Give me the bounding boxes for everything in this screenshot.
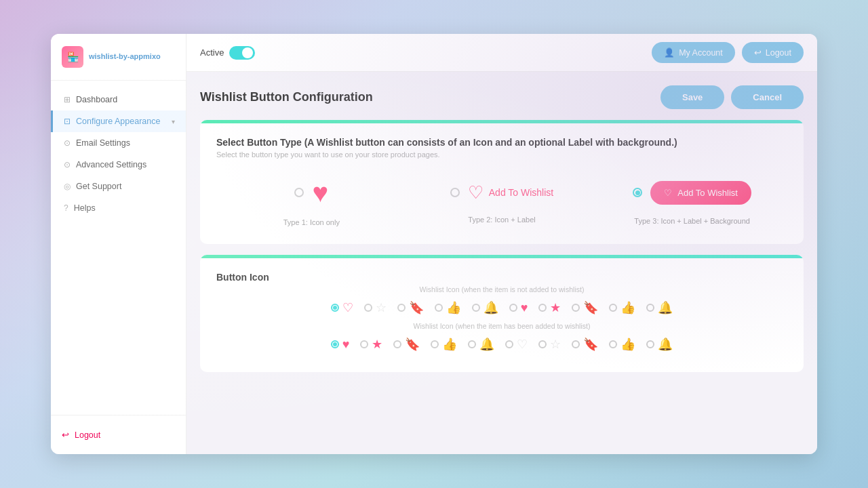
star-outline-icon: ☆ [376, 300, 387, 315]
icon2-radio[interactable] [364, 304, 372, 312]
button-type-1-option[interactable]: ♥ Type 1: Icon only [216, 179, 407, 226]
button-type-2-option[interactable]: ♡ Add To Wishlist Type 2: Icon + Label [407, 182, 597, 224]
icon2-7-radio[interactable] [538, 340, 547, 348]
button-type-subtitle: Select the button type you want to use o… [216, 150, 787, 159]
icon2-1-radio[interactable] [331, 340, 339, 348]
bell-solid-icon: 🔔 [658, 300, 673, 315]
app-name: wishlist-by-appmixo [89, 52, 161, 61]
icon2-option-heart-outline[interactable]: ♡ [505, 337, 528, 352]
icon-option-thumbsup-outline[interactable]: 👍 [435, 300, 461, 315]
type1-radio[interactable] [294, 188, 304, 197]
icon2-8-radio[interactable] [572, 340, 580, 348]
icon2-10-radio[interactable] [646, 340, 654, 348]
icon2-option-star-outline[interactable]: ☆ [538, 337, 561, 352]
dashboard-label: Dashboard [76, 95, 117, 104]
row2-bell-solid-icon: 🔔 [479, 337, 494, 352]
sidebar-item-dashboard[interactable]: ⊞ Dashboard [51, 89, 186, 110]
icon2-2-radio[interactable] [360, 340, 368, 348]
row2-thumbsup-solid-icon: 👍 [442, 337, 457, 352]
icon6-radio[interactable] [509, 304, 517, 312]
row2-bell-outline-icon: 🔔 [658, 337, 673, 352]
button-type-card: Select Button Type (A Wishlist button ca… [200, 120, 804, 244]
sidebar-logout[interactable]: ↩ Logout [51, 424, 186, 446]
icon2-9-radio[interactable] [609, 340, 617, 348]
icon2-option-heart-solid[interactable]: ♥ [331, 338, 350, 352]
sidebar-item-helps[interactable]: ? Helps [51, 197, 186, 219]
sidebar-item-email-settings[interactable]: ⊙ Email Settings [51, 132, 186, 154]
icon3-radio[interactable] [397, 304, 406, 312]
chevron-down-icon: ▾ [172, 118, 175, 125]
icon2-option-star-solid[interactable]: ★ [360, 337, 382, 352]
icon2-option-bell-solid[interactable]: 🔔 [468, 337, 494, 352]
header-buttons: Save Cancel [660, 85, 804, 109]
sidebar-nav: ⊞ Dashboard ⊡ Configure Appearance ▾ ⊙ E… [51, 81, 186, 415]
configure-label: Configure Appearance [76, 117, 160, 126]
icon-option-bell-solid[interactable]: 🔔 [646, 300, 673, 315]
save-button[interactable]: Save [660, 85, 724, 109]
icon7-radio[interactable] [538, 304, 547, 312]
icon2-5-radio[interactable] [468, 340, 476, 348]
advanced-icon: ⊙ [64, 160, 71, 169]
card-body-button-icon: Button Icon Wishlist Icon (when the item… [200, 258, 804, 372]
type1-top: ♥ [294, 179, 328, 206]
type2-radio[interactable] [450, 188, 460, 197]
icon-option-heart-outline[interactable]: ♡ [331, 300, 353, 315]
icon8-radio[interactable] [572, 304, 580, 312]
icon2-option-bookmark-outline[interactable]: 🔖 [572, 337, 598, 352]
button-types-row: ♥ Type 1: Icon only ♡ Add To Wishlist [216, 172, 787, 230]
wishlist-icon-label: Wishlist Icon (when the item is not adde… [216, 285, 787, 293]
type2-text: Add To Wishlist [489, 187, 553, 198]
type3-heart-icon: ♡ [664, 188, 672, 198]
sidebar-item-configure-appearance[interactable]: ⊡ Configure Appearance ▾ [51, 110, 186, 132]
icon2-6-radio[interactable] [505, 340, 513, 348]
icon-option-bookmark-solid[interactable]: 🔖 [572, 300, 598, 315]
logout-button[interactable]: ↩ Logout [742, 42, 804, 63]
icon2-option-thumbsup-solid[interactable]: 👍 [431, 337, 457, 352]
support-icon: ◎ [64, 182, 71, 191]
page-content: Wishlist Button Configuration Save Cance… [186, 72, 817, 454]
type1-label: Type 1: Icon only [283, 218, 340, 226]
thumbsup-solid-icon: 👍 [620, 300, 635, 315]
sidebar-item-get-support[interactable]: ◎ Get Support [51, 176, 186, 197]
type3-text: Add To Wishlist [677, 188, 738, 198]
type3-radio[interactable] [633, 188, 642, 197]
get-support-label: Get Support [76, 182, 121, 191]
icon-option-heart-solid[interactable]: ♥ [509, 301, 528, 315]
row2-thumbsup-outline-icon: 👍 [620, 337, 635, 352]
type2-heart-icon: ♡ [468, 182, 484, 203]
heart-solid-icon: ♥ [521, 301, 528, 315]
button-type-3-option[interactable]: ♡ Add To Wishlist Type 3: Icon + Label +… [597, 181, 787, 225]
icon1-radio[interactable] [331, 304, 339, 312]
icon9-radio[interactable] [609, 304, 617, 312]
icon2-4-radio[interactable] [431, 340, 439, 348]
icon-option-star-outline[interactable]: ☆ [364, 300, 387, 315]
type1-icon: ♥ [312, 179, 328, 206]
icon5-radio[interactable] [472, 304, 480, 312]
icon-option-star-solid[interactable]: ★ [538, 300, 561, 315]
active-label: Active [200, 47, 224, 58]
helps-icon: ? [64, 203, 68, 213]
logout-top-icon: ↩ [754, 47, 762, 58]
app-logo-icon [62, 46, 83, 68]
active-toggle-switch[interactable] [229, 46, 255, 60]
icon2-3-radio[interactable] [393, 340, 401, 348]
icon-option-thumbsup-solid[interactable]: 👍 [609, 300, 635, 315]
icon-row-1: ♡ ☆ 🔖 👍 [216, 300, 787, 315]
icon2-option-thumbsup-outline[interactable]: 👍 [609, 337, 635, 352]
sidebar-item-advanced-settings[interactable]: ⊙ Advanced Settings [51, 154, 186, 176]
icon2-option-bell-outline[interactable]: 🔔 [646, 337, 673, 352]
bookmark-solid-icon: 🔖 [583, 300, 598, 315]
configure-icon: ⊡ [64, 117, 71, 126]
icon4-radio[interactable] [435, 304, 443, 312]
icon10-radio[interactable] [646, 304, 654, 312]
bookmark-outline-icon: 🔖 [409, 300, 424, 315]
icon-option-bookmark-outline[interactable]: 🔖 [397, 300, 424, 315]
icon2-option-bookmark-solid[interactable]: 🔖 [393, 337, 420, 352]
icon-option-bell-outline[interactable]: 🔔 [472, 300, 498, 315]
my-account-button[interactable]: 👤 My Account [652, 42, 735, 63]
advanced-settings-label: Advanced Settings [76, 160, 146, 169]
row2-star-solid-icon: ★ [372, 337, 382, 352]
wishlist-added-icon-label: Wishlist Icon (when the item has been ad… [216, 322, 787, 330]
sidebar-logout-label: Logout [75, 430, 100, 440]
cancel-button[interactable]: Cancel [731, 85, 804, 109]
